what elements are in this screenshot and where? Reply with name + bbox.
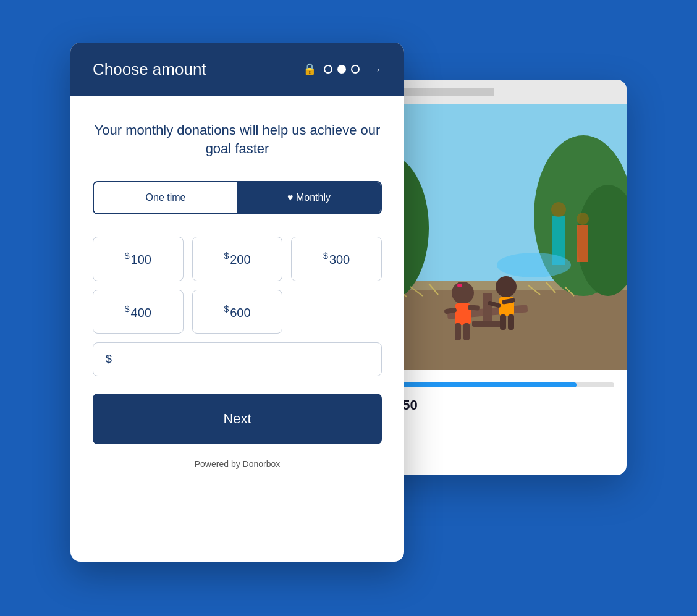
svg-point-7 (551, 202, 566, 217)
donation-body: Your monthly donations will help us achi… (70, 96, 404, 489)
custom-amount-input[interactable] (117, 353, 369, 366)
amount-grid-row2: $400 $600 (93, 290, 382, 334)
custom-dollar-sign: $ (106, 353, 112, 366)
one-time-button[interactable]: One time (94, 182, 237, 213)
svg-point-13 (452, 282, 474, 304)
svg-rect-16 (455, 323, 461, 340)
amount-button-400[interactable]: $400 (93, 290, 184, 334)
amount-button-200[interactable]: $200 (192, 237, 283, 281)
svg-point-20 (496, 276, 517, 297)
monthly-label: Monthly (296, 192, 331, 203)
step-dot-2 (337, 65, 346, 74)
dollar-sign: $ (125, 304, 130, 314)
svg-rect-11 (483, 293, 492, 324)
svg-point-9 (577, 213, 589, 225)
svg-rect-17 (463, 323, 470, 340)
header-controls: 🔒 → (303, 62, 382, 77)
svg-point-32 (497, 253, 571, 277)
step-indicators (324, 65, 360, 74)
svg-rect-22 (500, 314, 506, 330)
dollar-sign: $ (323, 251, 328, 261)
next-button[interactable]: Next (93, 394, 382, 444)
custom-amount-container[interactable]: $ (93, 342, 382, 376)
donation-headline: Your monthly donations will help us achi… (93, 121, 382, 159)
svg-rect-12 (472, 321, 503, 327)
dollar-sign: $ (224, 251, 229, 261)
svg-rect-8 (577, 225, 588, 262)
svg-rect-23 (508, 314, 514, 330)
monthly-button[interactable]: ♥ Monthly (237, 182, 381, 213)
dollar-sign: $ (125, 251, 130, 261)
amount-button-600[interactable]: $600 (192, 290, 283, 334)
donation-card: Choose amount 🔒 → Your monthly donations… (70, 43, 404, 562)
dollar-sign: $ (224, 304, 229, 314)
donation-header: Choose amount 🔒 → (70, 43, 404, 96)
page-title: Choose amount (93, 60, 206, 79)
amount-grid-row1: $100 $200 $300 (93, 237, 382, 281)
svg-rect-14 (457, 284, 462, 287)
amount-button-100[interactable]: $100 (93, 237, 184, 281)
step-dot-3 (351, 65, 360, 74)
lock-icon: 🔒 (303, 62, 316, 76)
arrow-icon: → (370, 62, 382, 77)
heart-icon: ♥ (287, 192, 294, 203)
donorbox-link[interactable]: Powered by Donorbox (195, 459, 281, 469)
step-dot-1 (324, 65, 332, 74)
amount-button-300[interactable]: $300 (291, 237, 382, 281)
powered-by: Powered by Donorbox (93, 459, 382, 469)
frequency-toggle: One time ♥ Monthly (93, 181, 382, 214)
